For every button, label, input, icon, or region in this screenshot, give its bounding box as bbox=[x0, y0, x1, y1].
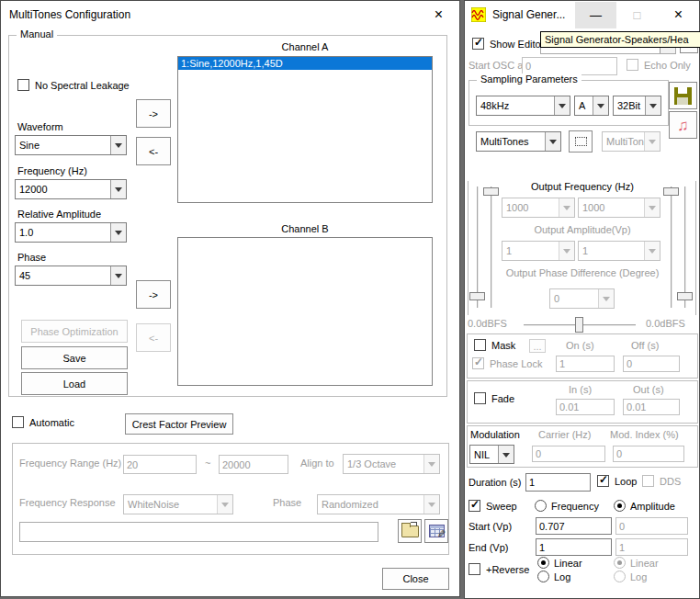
mask-on-field[interactable] bbox=[556, 356, 615, 372]
level-slider-right-outer-thumb[interactable] bbox=[677, 292, 693, 300]
checkbox-box[interactable] bbox=[474, 392, 486, 404]
level-slider-left-outer[interactable] bbox=[477, 186, 479, 308]
channel-a-selected-item[interactable]: 1:Sine,12000Hz,1,45D bbox=[178, 57, 432, 70]
chevron-down-icon[interactable] bbox=[110, 266, 126, 285]
frequency-radio[interactable]: Frequency bbox=[535, 500, 599, 512]
reverse-checkbox[interactable]: +Reverse bbox=[469, 563, 529, 575]
phase-mode-select[interactable]: Randomized bbox=[317, 494, 440, 514]
automatic-checkbox[interactable]: Automatic bbox=[12, 416, 74, 428]
radio-dot[interactable] bbox=[535, 500, 547, 512]
wave-type-left-select[interactable]: MultiTones bbox=[476, 131, 561, 152]
close-button[interactable]: Close bbox=[382, 568, 449, 590]
open-file-button[interactable] bbox=[398, 519, 422, 543]
save-signal-button[interactable] bbox=[669, 82, 697, 109]
linear-right-radio[interactable]: Linear bbox=[614, 557, 659, 569]
phase-optimization-button[interactable]: Phase Optimization bbox=[21, 320, 128, 343]
balance-slider-thumb[interactable] bbox=[575, 317, 583, 333]
frequency-right-select[interactable]: 1000 bbox=[578, 198, 660, 218]
save-button[interactable]: Save bbox=[21, 346, 128, 369]
file-path-field[interactable] bbox=[19, 522, 378, 542]
radio-dot[interactable] bbox=[537, 557, 549, 569]
chevron-down-icon[interactable] bbox=[545, 132, 560, 151]
chevron-down-icon[interactable] bbox=[593, 96, 608, 115]
loop-checkbox[interactable]: Loop bbox=[597, 475, 637, 487]
mask-checkbox[interactable]: Mask bbox=[474, 339, 515, 351]
checkbox-box[interactable] bbox=[472, 38, 484, 50]
channel-select[interactable]: A bbox=[574, 96, 609, 116]
dds-checkbox[interactable]: DDS bbox=[642, 475, 681, 487]
sweep-checkbox[interactable]: Sweep bbox=[469, 500, 517, 512]
edit-table-button[interactable]: ✎ bbox=[424, 519, 448, 543]
chevron-down-icon[interactable] bbox=[110, 180, 126, 198]
amplitude-left-select[interactable]: 1 bbox=[502, 241, 575, 261]
level-slider-left-inner[interactable] bbox=[491, 186, 492, 308]
mod-index-field[interactable] bbox=[613, 446, 684, 462]
modulation-select[interactable]: NIL bbox=[469, 445, 514, 464]
frequency-response-select[interactable]: WhiteNoise bbox=[123, 494, 233, 514]
close-icon[interactable]: × bbox=[658, 2, 699, 28]
checkbox-box[interactable] bbox=[597, 475, 609, 487]
sample-rate-select[interactable]: 48kHz bbox=[476, 96, 570, 116]
checkbox-box[interactable] bbox=[642, 475, 654, 487]
chevron-down-icon[interactable] bbox=[110, 223, 126, 242]
crest-factor-preview-button[interactable]: Crest Factor Preview bbox=[125, 413, 233, 435]
wave-config-button[interactable] bbox=[569, 130, 593, 153]
no-spectral-leakage-checkbox[interactable]: No Spectral Leakage bbox=[17, 79, 130, 91]
radio-dot[interactable] bbox=[614, 571, 626, 582]
carrier-field[interactable] bbox=[532, 446, 605, 462]
fade-in-field[interactable] bbox=[556, 399, 615, 415]
sweep-end-field[interactable] bbox=[536, 538, 612, 556]
phase-select[interactable]: 45 bbox=[15, 266, 127, 286]
frequency-left-select[interactable]: 1000 bbox=[502, 198, 575, 218]
mask-more-button[interactable]: ... bbox=[529, 339, 546, 353]
level-slider-right-inner[interactable] bbox=[671, 186, 672, 308]
chevron-down-icon[interactable] bbox=[498, 446, 514, 463]
add-to-channel-b-button[interactable]: -> bbox=[136, 280, 171, 309]
frequency-select[interactable]: 12000 bbox=[15, 179, 127, 199]
mask-off-field[interactable] bbox=[623, 356, 680, 372]
channel-a-listbox[interactable]: 1:Sine,12000Hz,1,45D bbox=[177, 56, 433, 203]
phase-difference-select[interactable]: 0 bbox=[549, 288, 615, 309]
minimize-icon[interactable]: — bbox=[575, 2, 616, 28]
phase-lock-checkbox[interactable]: Phase Lock bbox=[472, 357, 542, 369]
checkbox-box[interactable] bbox=[469, 500, 480, 512]
sweep-end-right-field[interactable] bbox=[615, 538, 688, 556]
wave-type-right-select[interactable]: MultiTones bbox=[602, 131, 660, 152]
checkbox-box[interactable] bbox=[17, 79, 29, 91]
radio-dot[interactable] bbox=[614, 557, 626, 569]
log-right-radio[interactable]: Log bbox=[614, 571, 647, 582]
maximize-icon[interactable]: □ bbox=[616, 2, 658, 28]
amplitude-radio[interactable]: Amplitude bbox=[614, 500, 675, 512]
checkbox-box[interactable] bbox=[469, 563, 480, 575]
sweep-start-field[interactable] bbox=[536, 517, 612, 535]
start-osc-field[interactable] bbox=[522, 57, 617, 75]
sweep-start-right-field[interactable] bbox=[615, 517, 688, 535]
fade-out-field[interactable] bbox=[623, 399, 680, 415]
frequency-range-to-field[interactable] bbox=[219, 455, 288, 474]
duration-field[interactable] bbox=[525, 473, 591, 492]
chevron-down-icon[interactable] bbox=[554, 96, 570, 115]
add-to-channel-a-button[interactable]: -> bbox=[136, 99, 171, 128]
tone-button[interactable]: ♫ bbox=[669, 111, 697, 139]
log-left-radio[interactable]: Log bbox=[537, 571, 570, 582]
remove-from-channel-a-button[interactable]: <- bbox=[136, 137, 171, 165]
frequency-range-from-field[interactable] bbox=[123, 455, 197, 474]
bit-depth-select[interactable]: 32Bit bbox=[613, 96, 661, 116]
channel-b-listbox[interactable] bbox=[177, 237, 433, 386]
checkbox-box[interactable] bbox=[474, 339, 486, 351]
checkbox-box[interactable] bbox=[472, 357, 484, 369]
remove-from-channel-b-button[interactable]: <- bbox=[136, 323, 171, 352]
radio-dot[interactable] bbox=[537, 571, 549, 582]
relative-amplitude-select[interactable]: 1.0 bbox=[15, 222, 127, 243]
fade-checkbox[interactable]: Fade bbox=[474, 392, 514, 404]
close-icon[interactable]: × bbox=[418, 2, 459, 28]
checkbox-box[interactable] bbox=[12, 416, 24, 428]
align-to-select[interactable]: 1/3 Octave bbox=[343, 454, 440, 474]
chevron-down-icon[interactable] bbox=[645, 96, 660, 115]
checkbox-box[interactable] bbox=[627, 59, 638, 71]
level-slider-left-outer-thumb[interactable] bbox=[469, 292, 485, 300]
waveform-select[interactable]: Sine bbox=[15, 135, 127, 155]
linear-left-radio[interactable]: Linear bbox=[537, 557, 582, 569]
show-editor-checkbox[interactable]: Show Editor bbox=[472, 38, 544, 50]
amplitude-right-select[interactable]: 1 bbox=[578, 241, 660, 261]
